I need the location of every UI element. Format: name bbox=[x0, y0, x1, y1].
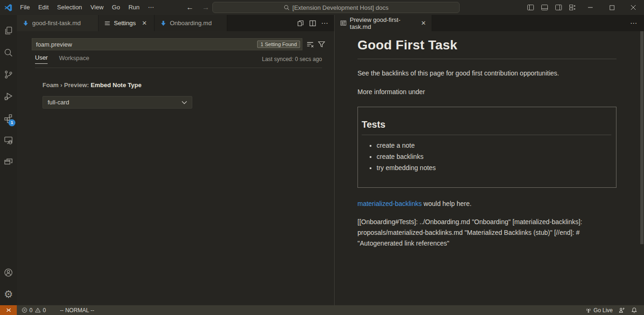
settings-gear-icon[interactable]: ⚙ bbox=[0, 283, 17, 305]
close-icon[interactable]: ✕ bbox=[142, 20, 147, 27]
settings-editor: 1 Setting Found User bbox=[17, 31, 335, 305]
menu-go[interactable]: Go bbox=[108, 2, 124, 13]
maximize-button[interactable] bbox=[601, 0, 623, 15]
activity-bar: 1 ⚙ bbox=[0, 15, 17, 305]
close-button[interactable] bbox=[623, 0, 644, 15]
last-synced-label: Last synced: 0 secs ago bbox=[262, 56, 322, 62]
list-item: create a note bbox=[377, 142, 612, 149]
titlebar: File Edit Selection View Go Run ⋯ ← → [E… bbox=[0, 0, 644, 15]
clear-filters-icon[interactable] bbox=[306, 41, 314, 48]
dropdown-value: full-card bbox=[48, 99, 69, 106]
explorer-files-icon[interactable] bbox=[0, 20, 17, 41]
menu-view[interactable]: View bbox=[86, 2, 108, 13]
command-center-search[interactable]: [Extension Development Host] docs bbox=[212, 2, 460, 13]
vim-mode-indicator[interactable]: -- NORMAL -- bbox=[57, 305, 97, 315]
search-icon[interactable] bbox=[0, 41, 17, 63]
statusbar-right: Go Live bbox=[582, 305, 644, 315]
split-editor-icon[interactable] bbox=[309, 20, 316, 27]
menu-file[interactable]: File bbox=[16, 2, 34, 13]
preview-paragraph: More information under bbox=[357, 88, 616, 96]
embedded-note-list: create a note create backlinks try embed… bbox=[362, 142, 612, 171]
titlebar-right-controls bbox=[524, 0, 644, 15]
tabbar-empty-space bbox=[432, 15, 630, 31]
scope-tab-workspace[interactable]: Workspace bbox=[59, 55, 89, 64]
more-actions-icon[interactable]: ⋯ bbox=[321, 19, 329, 27]
forward-arrow-icon[interactable]: → bbox=[202, 3, 210, 12]
embedded-note-card: Tests create a note create backlinks try… bbox=[357, 107, 616, 188]
list-item: create backlinks bbox=[377, 153, 612, 160]
results-count-badge: 1 Setting Found bbox=[257, 41, 300, 48]
setting-name: Embed Note Type bbox=[91, 82, 141, 89]
feedback-button[interactable] bbox=[616, 305, 628, 315]
extensions-badge: 1 bbox=[8, 119, 15, 126]
menubar: File Edit Selection View Go Run ⋯ bbox=[16, 2, 158, 13]
settings-scope-tabs: User Workspace Last synced: 0 secs ago bbox=[35, 50, 322, 68]
back-arrow-icon[interactable]: ← bbox=[186, 3, 194, 12]
toggle-primary-sidebar-icon[interactable] bbox=[524, 0, 538, 15]
settings-search-actions bbox=[306, 41, 325, 48]
chevron-down-icon bbox=[182, 101, 187, 104]
setting-embed-note-type: Foam › Preview: Embed Note Type full-car… bbox=[42, 82, 334, 109]
vscode-window: File Edit Selection View Go Run ⋯ ← → [E… bbox=[0, 0, 644, 315]
setting-title: Foam › Preview: Embed Note Type bbox=[42, 82, 334, 89]
link-references-text: [[Onboarding#Tests]: ../Onboarding.md "O… bbox=[357, 217, 616, 249]
menu-run[interactable]: Run bbox=[124, 2, 144, 13]
extensions-icon[interactable]: 1 bbox=[0, 107, 17, 129]
remote-indicator[interactable] bbox=[0, 305, 17, 315]
toggle-secondary-sidebar-icon[interactable] bbox=[552, 0, 566, 15]
tab-preview-good-first-task[interactable]: Preview good-first-task.md ✕ bbox=[335, 15, 432, 31]
menu-selection[interactable]: Selection bbox=[53, 2, 86, 13]
minimize-button[interactable] bbox=[580, 0, 601, 15]
bell-icon bbox=[631, 307, 637, 314]
markdown-icon bbox=[160, 20, 167, 27]
open-changes-icon[interactable] bbox=[297, 20, 304, 27]
filter-funnel-icon[interactable] bbox=[318, 41, 325, 48]
tab-label: good-first-task.md bbox=[32, 20, 81, 27]
preview-paragraph: See the backlinks of this page for good … bbox=[357, 69, 616, 77]
vscode-logo-icon bbox=[0, 4, 16, 12]
run-debug-icon[interactable] bbox=[0, 85, 17, 107]
problems-indicator[interactable]: 0 0 bbox=[19, 305, 49, 315]
tab-label: Preview good-first-task.md bbox=[350, 16, 415, 30]
right-group-tabs: Preview good-first-task.md ✕ ⋯ bbox=[335, 15, 644, 31]
tab-settings[interactable]: Settings ✕ bbox=[98, 15, 154, 31]
left-group-tabs: good-first-task.md Settings ✕ Onboarding… bbox=[17, 15, 335, 31]
status-bar: 0 0 -- NORMAL -- Go Live bbox=[0, 305, 644, 315]
tab-good-first-task[interactable]: good-first-task.md bbox=[17, 15, 98, 31]
customize-layout-icon[interactable] bbox=[566, 0, 580, 15]
source-control-icon[interactable] bbox=[0, 63, 17, 85]
materialized-backlinks-link[interactable]: materialized-backlinks bbox=[357, 200, 422, 207]
toggle-panel-icon[interactable] bbox=[538, 0, 552, 15]
warning-icon bbox=[35, 307, 41, 313]
tabbar-empty-space bbox=[227, 15, 297, 31]
settings-search-input[interactable] bbox=[32, 41, 257, 48]
embed-note-type-dropdown[interactable]: full-card bbox=[42, 96, 192, 109]
settings-search-row: 1 Setting Found bbox=[32, 38, 339, 50]
menu-overflow-icon[interactable]: ⋯ bbox=[144, 2, 158, 13]
open-preview-icon bbox=[340, 20, 347, 27]
scope-tab-user[interactable]: User bbox=[35, 54, 48, 64]
remote-explorer-icon[interactable] bbox=[0, 129, 17, 151]
preview-scrollbar[interactable] bbox=[640, 31, 644, 244]
markdown-icon bbox=[22, 20, 29, 27]
close-icon[interactable]: ✕ bbox=[421, 20, 426, 27]
warnings-count: 0 bbox=[43, 307, 46, 314]
accounts-icon[interactable] bbox=[0, 261, 17, 283]
menu-edit[interactable]: Edit bbox=[34, 2, 53, 13]
editor-tab-bar: good-first-task.md Settings ✕ Onboarding… bbox=[17, 15, 644, 31]
markdown-preview: Good First Task See the backlinks of thi… bbox=[335, 31, 644, 305]
go-live-button[interactable]: Go Live bbox=[582, 305, 616, 315]
search-icon bbox=[284, 5, 290, 11]
more-actions-icon[interactable]: ⋯ bbox=[630, 15, 644, 31]
windows-icon[interactable] bbox=[0, 151, 17, 173]
notifications-bell-button[interactable] bbox=[628, 305, 640, 315]
settings-search-box: 1 Setting Found bbox=[32, 38, 302, 50]
command-center-label: [Extension Development Host] docs bbox=[293, 4, 389, 11]
tab-label: Onboarding.md bbox=[170, 20, 212, 27]
tab-label: Settings bbox=[114, 20, 136, 27]
embedded-note-title: Tests bbox=[362, 119, 611, 135]
preview-title: Good First Task bbox=[357, 38, 616, 59]
tab-onboarding[interactable]: Onboarding.md bbox=[154, 15, 227, 31]
remote-icon bbox=[6, 307, 12, 313]
history-navigation: ← → bbox=[186, 3, 210, 12]
